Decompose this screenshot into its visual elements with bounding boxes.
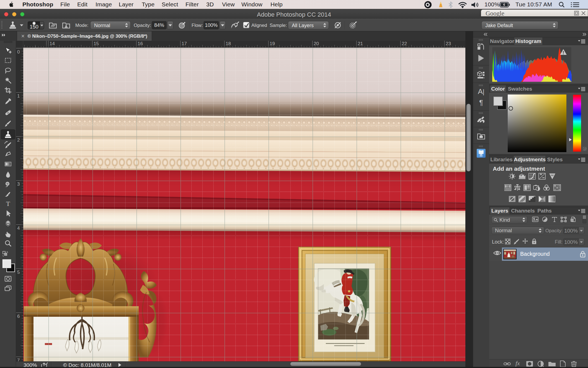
svg-text:T: T bbox=[6, 200, 10, 207]
